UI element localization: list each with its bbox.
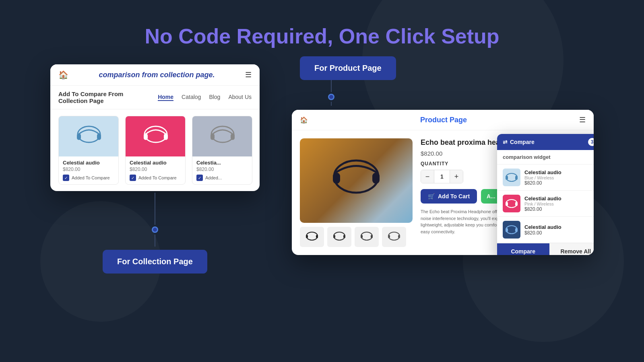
collection-nav-title: Add To Compare From Collection Page: [58, 90, 148, 104]
quantity-decrease-button[interactable]: −: [421, 170, 434, 183]
nav-about[interactable]: About Us: [228, 94, 252, 101]
nav-blog[interactable]: Blog: [209, 94, 220, 101]
svg-point-3: [144, 126, 167, 142]
product-card-info-1: Celestial audio $820.00 ✓ Added To Compa…: [59, 156, 118, 184]
thumb-3[interactable]: [355, 227, 379, 247]
product-menu-icon: ☰: [579, 115, 586, 124]
nav-catalog[interactable]: Catalog: [182, 94, 201, 101]
svg-rect-26: [515, 176, 518, 180]
svg-rect-32: [515, 228, 518, 232]
product-connector-dot: [328, 94, 334, 100]
product-page-title: Product Page: [420, 116, 467, 124]
add-to-cart-button[interactable]: 🛒 Add To Cart: [421, 189, 477, 204]
thumb-4[interactable]: [382, 227, 406, 247]
widget-title: comparison widget: [497, 150, 594, 165]
widget-item-info-1: Celestial audio Blue / Wireless $820.00: [524, 169, 594, 186]
svg-point-21: [388, 232, 400, 240]
product-thumbnails: [300, 227, 413, 247]
svg-rect-16: [333, 235, 335, 238]
connector-dot: [152, 226, 158, 233]
svg-point-0: [78, 126, 100, 142]
collection-browser-topbar: 🏠 comparison from collection page. ☰: [50, 64, 260, 86]
product-topbar: 🏠 Product Page ☰: [292, 110, 594, 130]
svg-point-18: [361, 232, 372, 240]
svg-rect-10: [333, 173, 340, 184]
product-price-1: $820.00: [63, 167, 114, 172]
widget-footer: Compare Remove All: [497, 243, 594, 255]
compare-arrows-icon: ⇄: [503, 139, 508, 145]
product-card-info-3: Celestia... $820.00 ✓ Added...: [192, 156, 252, 184]
widget-item-info-2: Celestial audio Pink / Wireless $820.00: [524, 195, 594, 212]
svg-rect-23: [398, 235, 400, 238]
collection-home-icon: 🏠: [58, 70, 68, 80]
compare-checkbox-2[interactable]: ✓ Added To Compare: [130, 175, 181, 181]
widget-remove-all-button[interactable]: Remove All: [549, 243, 594, 255]
widget-item-variant-2: Pink / Wireless: [524, 202, 594, 206]
svg-rect-25: [506, 176, 508, 180]
svg-rect-31: [506, 228, 508, 232]
compare-checkbox-3[interactable]: ✓ Added...: [196, 175, 248, 181]
collection-nav: Add To Compare From Collection Page Home…: [50, 86, 260, 109]
collection-browser-title: comparison from collection page.: [99, 71, 215, 79]
widget-items: Celestial audio Blue / Wireless $820.00 …: [497, 165, 594, 243]
quantity-increase-button[interactable]: +: [450, 170, 463, 183]
widget-item-remove-2[interactable]: ✕: [593, 194, 594, 200]
product-main-image: [300, 138, 413, 223]
product-card-1: Celestial audio $820.00 ✓ Added To Compa…: [58, 116, 119, 185]
collection-panel: 🏠 comparison from collection page. ☰ Add…: [50, 64, 260, 274]
widget-item-price-2: $820.00: [524, 206, 594, 212]
product-connector-line-bottom: [331, 102, 332, 106]
svg-point-12: [306, 232, 318, 240]
widget-compare-button[interactable]: Compare: [497, 243, 549, 255]
compare-count-badge: 3: [588, 138, 594, 146]
connector-line-bottom: [155, 234, 155, 247]
connector-line-top: [155, 193, 155, 225]
compare-toggle-button[interactable]: ⇄ Compare: [503, 139, 535, 145]
compare-label-2: Added To Compare: [138, 175, 177, 180]
widget-item-remove-3[interactable]: ✕: [593, 220, 594, 226]
product-price-2: $820.00: [130, 167, 181, 172]
checkbox-icon-3: ✓: [196, 175, 203, 181]
svg-rect-19: [361, 235, 363, 238]
widget-item-image-1: [503, 169, 520, 186]
nav-home[interactable]: Home: [158, 94, 173, 101]
collection-connector: [152, 193, 158, 247]
widget-item-info-3: Celestial audio $820.00: [524, 224, 594, 236]
thumb-1[interactable]: [300, 227, 324, 247]
cart-icon: 🛒: [428, 193, 435, 200]
compare-label-3: Added...: [205, 175, 222, 180]
product-cta-button[interactable]: For Product Page: [300, 56, 396, 80]
product-connector-line-top: [331, 80, 332, 92]
collection-cta-button[interactable]: For Collection Page: [103, 250, 207, 274]
widget-item-price-1: $820.00: [524, 180, 594, 186]
widget-item-image-2: [503, 195, 520, 212]
compare-widget: ⇄ Compare 3 comparison widget: [497, 134, 594, 255]
svg-rect-14: [316, 235, 318, 238]
product-card-2: Celestial audio $820.00 ✓ Added To Compa…: [125, 116, 186, 185]
thumb-2[interactable]: [327, 227, 351, 247]
compare-btn-label: Compare: [510, 139, 535, 145]
product-image-section: [300, 138, 413, 247]
product-panel: For Product Page 🏠 Product Page ☰: [292, 56, 594, 255]
widget-item-price-3: $820.00: [524, 230, 594, 236]
compare-checkbox-1[interactable]: ✓ Added To Compare: [63, 175, 114, 181]
svg-rect-22: [388, 235, 390, 238]
product-price-3: $820.00: [196, 167, 248, 172]
widget-item-remove-1[interactable]: ✕: [593, 168, 594, 174]
widget-item-name-1: Celestial audio: [524, 169, 594, 175]
svg-point-6: [211, 126, 234, 142]
svg-rect-17: [343, 235, 345, 238]
product-connector: [328, 80, 334, 106]
product-home-icon: 🏠: [300, 116, 308, 124]
quantity-control: − 1 +: [421, 170, 463, 183]
collection-menu-icon: ☰: [245, 70, 252, 79]
main-content: 🏠 comparison from collection page. ☰ Add…: [0, 64, 644, 274]
product-browser-window: 🏠 Product Page ☰: [292, 110, 594, 255]
page-title: No Code Required, One Click Setup: [0, 24, 644, 48]
compare-widget-header: ⇄ Compare 3: [497, 134, 594, 150]
widget-item-3: Celestial audio $820.00 ✕: [497, 217, 594, 243]
widget-item-name-2: Celestial audio: [524, 195, 594, 202]
widget-item-image-3: [503, 221, 520, 239]
product-card-info-2: Celestial audio $820.00 ✓ Added To Compa…: [126, 156, 185, 184]
product-name-1: Celestial audio: [63, 160, 114, 166]
